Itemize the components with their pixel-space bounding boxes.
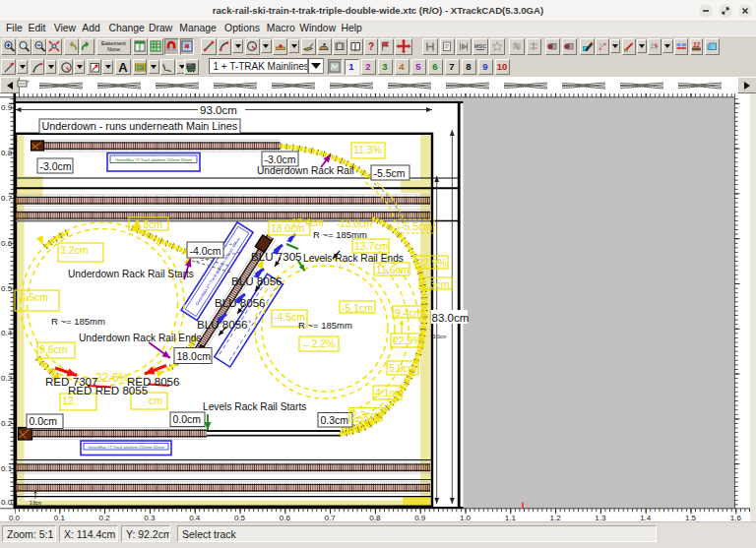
svg-text:0.3: 0.3: [1, 374, 13, 383]
svg-text:MSC: MSC: [474, 43, 486, 49]
svg-text:1.6: 1.6: [730, 514, 742, 522]
svg-text:Levels Rack Rail Starts: Levels Rack Rail Starts: [203, 401, 306, 412]
svg-text:-5.1cm: -5.1cm: [342, 302, 373, 314]
svg-text:0.1: 0.1: [54, 514, 66, 522]
svg-text:-0.8cm: -0.8cm: [131, 218, 162, 230]
svg-text:-5.5cm: -5.5cm: [374, 167, 406, 179]
svg-text:1.1: 1.1: [505, 514, 517, 522]
svg-text:0.3cm: 0.3cm: [321, 414, 349, 426]
svg-text:0.2: 0.2: [99, 514, 111, 522]
svg-text:cm: cm: [149, 395, 162, 406]
svg-text:-3.0cm: -3.0cm: [265, 153, 296, 165]
svg-text:3.8cm: 3.8cm: [30, 501, 42, 506]
svg-text:13.7cm: 13.7cm: [354, 240, 389, 252]
svg-text:83.0cm: 83.0cm: [432, 312, 470, 324]
svg-text:9.4cm: 9.4cm: [395, 307, 423, 319]
svg-text:0.3cm: 0.3cm: [421, 278, 450, 290]
svg-text:0.4: 0.4: [189, 514, 201, 522]
svg-text:0.0: 0.0: [1, 498, 13, 507]
svg-text:-3.0cm: -3.0cm: [40, 160, 72, 172]
svg-text:Underdown Rack Rail Ends: Underdown Rack Rail Ends: [79, 333, 202, 343]
svg-text:GreenMax #T-Track platform 255: GreenMax #T-Track platform 255mm 45mm: [88, 445, 164, 450]
svg-text:0.4: 0.4: [1, 329, 13, 337]
svg-text:0.6: 0.6: [280, 514, 291, 522]
svg-text:9.6cm: 9.6cm: [39, 343, 68, 355]
svg-text:-13.0cm: -13.0cm: [337, 218, 372, 229]
svg-text:0.0cm: 0.0cm: [173, 413, 202, 425]
svg-text:5.9cm: 5.9cm: [389, 362, 417, 374]
svg-text:18.0cm: 18.0cm: [177, 350, 212, 362]
svg-text:Underdown - runs underneath Ma: Underdown - runs underneath Main Lines: [42, 120, 238, 132]
svg-text:0.0cm: 0.0cm: [30, 415, 58, 427]
svg-text:A: A: [118, 60, 128, 74]
svg-text:0.8: 0.8: [369, 514, 381, 522]
svg-text:Underdown Rack Rail: Underdown Rack Rail: [257, 165, 354, 176]
svg-text:11.3%: 11.3%: [353, 144, 382, 155]
svg-text:0.2: 0.2: [1, 419, 13, 428]
svg-text:R ~= 185mm: R ~= 185mm: [313, 229, 367, 240]
svg-text:GreenMax #T-Track platform 255: GreenMax #T-Track platform 255mm 45mm: [115, 157, 192, 162]
svg-text:73.0cm: 73.0cm: [430, 334, 446, 339]
svg-text:BLU 8056: BLU 8056: [231, 274, 283, 287]
svg-text:BLU 8056: BLU 8056: [215, 296, 266, 309]
svg-text:0.3: 0.3: [144, 514, 156, 522]
svg-text:0.7: 0.7: [325, 514, 337, 522]
svg-text:Levels Rack Rail Ends: Levels Rack Rail Ends: [303, 253, 404, 264]
svg-text:22.6%: 22.6%: [95, 371, 129, 385]
svg-text:22.9%: 22.9%: [417, 257, 447, 269]
svg-text:17.4cm: 17.4cm: [291, 217, 324, 228]
svg-text:2.3cm: 2.3cm: [351, 409, 380, 421]
svg-text:1.2: 1.2: [550, 514, 562, 522]
svg-text:-6.5cm: -6.5cm: [17, 291, 48, 303]
svg-text:0.9: 0.9: [414, 514, 426, 522]
svg-text:?: ?: [367, 41, 373, 52]
svg-text:0.5: 0.5: [234, 514, 246, 522]
svg-text:4.1cm: 4.1cm: [375, 387, 404, 398]
svg-text:3.2cm: 3.2cm: [60, 244, 89, 256]
svg-text:-5.5cm: -5.5cm: [401, 220, 432, 232]
svg-text:←2.2%: ←2.2%: [301, 337, 335, 349]
svg-text:0.5: 0.5: [1, 284, 13, 293]
svg-text:0.6: 0.6: [1, 239, 13, 248]
svg-text:12: 12: [693, 41, 701, 48]
svg-text:BLU 8056: BLU 8056: [197, 318, 248, 331]
svg-text:11.6cm: 11.6cm: [376, 264, 410, 275]
svg-text:BLU 7305: BLU 7305: [251, 250, 302, 263]
svg-text:1.4: 1.4: [640, 514, 652, 522]
svg-text:0.0: 0.0: [9, 514, 21, 522]
svg-text:1.0: 1.0: [460, 514, 472, 522]
svg-text:0.7: 0.7: [1, 194, 13, 203]
svg-text:0.9: 0.9: [1, 103, 13, 112]
svg-text:93.0cm: 93.0cm: [200, 104, 237, 116]
svg-text:1.5: 1.5: [685, 514, 697, 522]
svg-text:R ~= 185mm: R ~= 185mm: [298, 320, 352, 331]
svg-text:R ~= 185mm: R ~= 185mm: [51, 316, 105, 327]
svg-text:RED RED 8055: RED RED 8055: [68, 384, 148, 396]
svg-text:0.1: 0.1: [1, 464, 13, 473]
svg-text:1.3: 1.3: [595, 514, 606, 522]
svg-text:Underdown Rack Rail Starts: Underdown Rack Rail Starts: [68, 269, 194, 279]
svg-text:-4.0cm: -4.0cm: [190, 245, 221, 257]
svg-text:22.9%: 22.9%: [393, 335, 422, 346]
svg-text:0.8: 0.8: [1, 149, 13, 157]
